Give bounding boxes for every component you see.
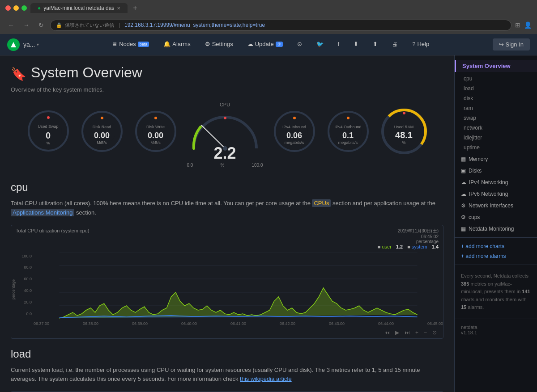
ipv4-section-icon: ☁ (461, 179, 466, 185)
cpu-y-axis: 100.0 80.0 60.0 40.0 20.0 0.0 (16, 252, 34, 327)
disk-write-unit: MiB/s (146, 140, 165, 145)
sidebar-item-ram[interactable]: ram (455, 103, 537, 113)
sidebar-netdata-label: netdata v1.18.1 (455, 323, 537, 337)
download-nav-item[interactable]: ⬇ (346, 34, 366, 55)
disk-write-gauge: Disk Write 0.00 MiB/s (133, 109, 178, 160)
sidebar-section-ipv6[interactable]: ☁ IPv6 Networking (455, 187, 537, 199)
svg-point-9 (154, 117, 157, 119)
svg-point-18 (347, 117, 349, 119)
ipv4-outbound-label: IPv4 Outbound (334, 125, 361, 129)
cpu-gauge: CPU 2.2 0.0 % 100.0 (187, 102, 263, 168)
cpu-section-title: cpu (11, 181, 443, 194)
disk-read-gauge: Disk Read 0.00 MiB/s (80, 109, 124, 160)
cups-icon: ⚙ (461, 214, 466, 220)
download-icon: ⬇ (354, 41, 358, 47)
browser-titlebar: ● yaiMac-mini.local netdata das ✕ + (0, 0, 537, 16)
disk-read-unit: MiB/s (93, 140, 111, 145)
url-text: 192.168.3.17:19999/#menu_system;theme=sl… (124, 22, 265, 28)
print-nav-item[interactable]: 🖨 (385, 34, 405, 55)
sidebar-item-network[interactable]: network (455, 123, 537, 133)
sign-in-button[interactable]: ↪ Sign In (493, 38, 530, 51)
upload-icon: ⬆ (373, 41, 378, 47)
disk-read-value: 0.00 (93, 131, 111, 140)
maximize-dot[interactable] (21, 5, 27, 11)
disk-write-value: 0.00 (146, 131, 165, 140)
gear-icon: ⚙ (205, 41, 210, 47)
twitter-nav-item[interactable]: 🐦 (309, 34, 331, 55)
add-more-charts-button[interactable]: + add more charts (455, 241, 537, 251)
sidebar-section-ipv4[interactable]: ☁ IPv4 Networking (455, 176, 537, 187)
sidebar-section-netdata-monitoring[interactable]: ▦ Netdata Monitoring (455, 222, 537, 234)
cpus-link[interactable]: CPUs (312, 199, 331, 207)
ipv4-section-label: IPv4 Networking (469, 179, 508, 185)
x-label-5: 06:41:00 (230, 321, 246, 326)
cpu-gauge-label: CPU (220, 102, 230, 107)
update-label: Update (255, 41, 274, 47)
extensions-icon[interactable]: ⊞ (515, 21, 520, 29)
add-more-alarms-button[interactable]: + add more alarms (455, 251, 537, 261)
zoom-in-button[interactable]: + (413, 329, 420, 337)
browser-tab[interactable]: ● yaiMac-mini.local netdata das ✕ (30, 3, 128, 13)
user-legend-label: user (382, 244, 391, 249)
play-forward-button[interactable]: ⏭ (403, 329, 412, 337)
url-bar[interactable]: 🔒 保護されていない通信 ｜ 192.168.3.17:19999/#menu_… (50, 20, 511, 31)
close-dot[interactable] (5, 5, 11, 11)
ipv6-section-label: IPv6 Networking (469, 191, 508, 197)
minimize-dot[interactable] (13, 5, 19, 11)
alarms-nav-item[interactable]: 🔔 Alarms (156, 34, 197, 55)
x-label-9: 06:45:00 (427, 321, 443, 326)
profile-icon[interactable]: 👤 (524, 21, 532, 29)
settings-nav-item[interactable]: ⚙ Settings (198, 34, 240, 55)
cpu-chart-svg (34, 252, 443, 319)
new-tab-button[interactable]: + (133, 4, 137, 12)
alarms-label: Alarms (172, 41, 190, 47)
tab-close-button[interactable]: ✕ (117, 6, 120, 11)
facebook-icon: f (338, 41, 340, 47)
netdata-monitoring-label: Netdata Monitoring (469, 226, 514, 232)
x-label-1: 06:37:00 (34, 321, 49, 326)
sidebar-item-swap[interactable]: swap (455, 113, 537, 123)
sidebar-section-memory[interactable]: ▦ Memory (455, 152, 537, 164)
used-swap-value: 0 (38, 131, 58, 141)
expand-button[interactable]: ⊙ (430, 329, 439, 337)
wikipedia-link[interactable]: this wikipedia article (240, 375, 292, 382)
nodes-nav-item[interactable]: 🖥 Nodes beta (104, 34, 156, 55)
sidebar-item-idlejitter[interactable]: idlejitter (455, 133, 537, 143)
pause-button[interactable]: ▶ (393, 329, 401, 337)
brand-dropdown[interactable]: ▾ (37, 42, 39, 47)
update-nav-item[interactable]: ☁ Update ① (240, 34, 290, 55)
forward-button[interactable]: → (21, 21, 32, 30)
help-nav-item[interactable]: ? Help (405, 34, 436, 55)
reload-button[interactable]: ↻ (36, 21, 47, 30)
sidebar-item-cpu[interactable]: cpu (455, 74, 537, 84)
cpu-section: cpu Total CPU utilization (all cores). 1… (11, 181, 443, 339)
used-ram-label: Used RAM (394, 125, 414, 129)
github-nav-item[interactable]: ⊙ (290, 34, 309, 55)
zoom-out-button[interactable]: − (422, 329, 429, 337)
back-button[interactable]: ← (5, 21, 17, 30)
sidebar-active-item[interactable]: System Overview (462, 63, 511, 69)
sidebar-info: Every second, Netdata collects 385 metri… (455, 269, 537, 315)
facebook-nav-item[interactable]: f (331, 34, 347, 55)
used-swap-gauge: Used Swap 0 % (26, 109, 71, 161)
network-interfaces-label: Network Interfaces (469, 202, 513, 209)
ipv6-section-icon: ☁ (461, 191, 466, 197)
sidebar-section-cups[interactable]: ⚙ cups (455, 211, 537, 222)
sidebar-item-load[interactable]: load (455, 84, 537, 93)
play-back-button[interactable]: ⏮ (383, 329, 392, 337)
sidebar-item-uptime[interactable]: uptime (455, 143, 537, 152)
netdata-monitoring-icon: ▦ (461, 226, 466, 232)
ipv4-inbound-value: 0.06 (282, 131, 306, 140)
upload-nav-item[interactable]: ⬆ (366, 34, 385, 55)
sidebar-section-disks[interactable]: ▣ Disks (455, 164, 537, 176)
netdata-logo (7, 38, 20, 51)
monitor-icon: 🖥 (111, 41, 117, 47)
cpu-min-label: 0.0 (187, 163, 193, 168)
sidebar-item-disk[interactable]: disk (455, 93, 537, 103)
sidebar-section-network-interfaces[interactable]: ⚙ Network Interfaces (455, 199, 537, 211)
svg-point-3 (47, 116, 50, 119)
cpu-chart-body: percentage 100.0 80.0 60.0 40.0 20.0 0.0 (11, 252, 443, 327)
svg-point-6 (101, 117, 103, 119)
app-monitoring-link[interactable]: Applications Monitoring (11, 209, 74, 216)
cloud-icon: ☁ (247, 41, 253, 47)
